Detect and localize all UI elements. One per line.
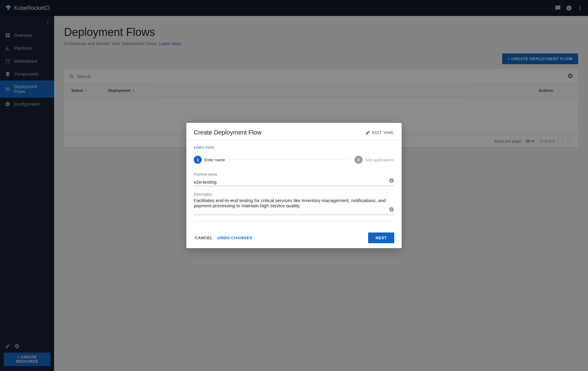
main-content: Deployment Flows Orchestrate and Monitor… <box>54 16 588 371</box>
footer-left: CANCEL UNDO CHANGES <box>194 233 253 243</box>
cancel-button[interactable]: CANCEL <box>194 233 214 243</box>
step-1-circle: 1 <box>194 156 202 164</box>
description-info-icon <box>389 207 394 213</box>
edit-yaml-label: EDIT YAML <box>372 130 394 135</box>
step-2: 2 Add applications <box>355 156 394 164</box>
step-1: 1 Enter name <box>194 156 225 164</box>
description-field: Description Facilitates end-to-end testi… <box>194 192 394 215</box>
create-deployment-flow-dialog: Create Deployment Flow EDIT YAML Learn m… <box>186 123 402 248</box>
pipeline-name-input[interactable] <box>194 179 386 185</box>
step-1-label: Enter name <box>204 158 225 162</box>
pencil-icon <box>365 130 370 135</box>
description-label: Description <box>194 192 394 197</box>
pipeline-name-info-icon <box>389 178 394 185</box>
step-2-circle: 2 <box>355 156 363 164</box>
next-button[interactable]: NEXT <box>368 232 394 243</box>
app-body: Overview Pipelines Marketplace Component… <box>0 16 588 371</box>
dialog-learn-more-link[interactable]: Learn more. <box>194 145 394 150</box>
dialog-footer: CANCEL UNDO CHANGES NEXT <box>186 229 402 248</box>
edit-yaml-button[interactable]: EDIT YAML <box>365 130 394 135</box>
pipeline-name-field: Pipeline name <box>194 172 394 186</box>
pipeline-name-label: Pipeline name <box>194 172 394 177</box>
stepper: 1 Enter name 2 Add applications <box>194 156 394 164</box>
dialog-title: Create Deployment Flow <box>194 129 261 136</box>
step-line <box>230 160 349 160</box>
dialog-overlay[interactable]: Create Deployment Flow EDIT YAML Learn m… <box>54 16 588 371</box>
pipeline-name-wrapper <box>194 178 394 186</box>
description-wrapper: Facilitates end-to-end testing for criti… <box>194 198 394 215</box>
dialog-header: Create Deployment Flow EDIT YAML <box>186 123 402 140</box>
dialog-divider <box>194 221 394 221</box>
undo-changes-button[interactable]: UNDO CHANGES <box>216 233 253 243</box>
step-2-label: Add applications <box>365 158 394 162</box>
description-input[interactable]: Facilitates end-to-end testing for criti… <box>194 198 386 213</box>
dialog-body: Learn more. 1 Enter name 2 Add applicati… <box>186 140 402 229</box>
